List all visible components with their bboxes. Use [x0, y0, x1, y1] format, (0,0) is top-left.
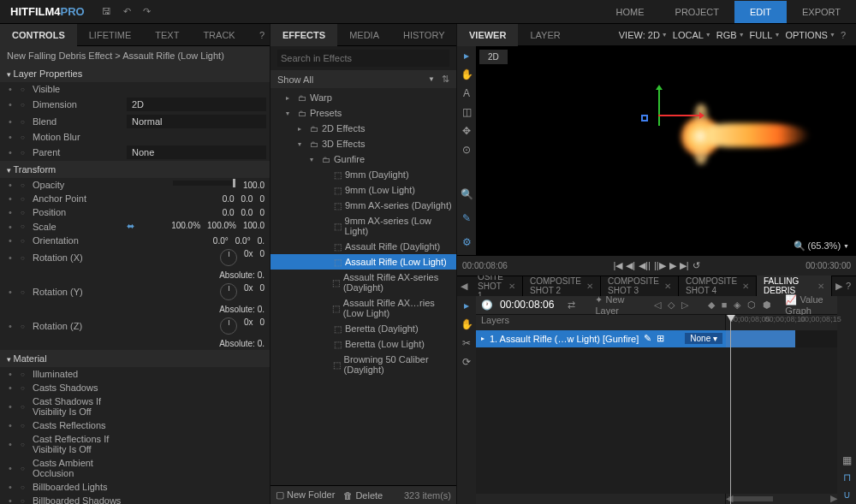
prop-dial[interactable]	[220, 317, 237, 335]
tree-item[interactable]: ⬚Beretta (Low Light)	[270, 336, 456, 352]
new-layer-button[interactable]: ✦ New Layer	[595, 294, 633, 316]
close-icon[interactable]: ✕	[664, 282, 671, 291]
tree-item[interactable]: ⬚9mm AX-series (Low Light)	[270, 213, 456, 239]
redo-icon[interactable]: ↷	[143, 6, 151, 17]
section-material[interactable]: Material	[0, 350, 270, 367]
effects-filter[interactable]: Show All▼ ⇅	[270, 70, 456, 88]
viewer-tab-layer[interactable]: LAYER	[518, 24, 572, 46]
playhead[interactable]	[730, 315, 731, 505]
magnet-icon[interactable]: 🔍	[461, 188, 473, 200]
prop-slider[interactable]	[173, 181, 233, 186]
sort-icon[interactable]: ⇅	[442, 74, 449, 85]
space-dropdown[interactable]: LOCAL ▼	[673, 30, 711, 40]
tree-item[interactable]: ⬚Assault Rifle (Daylight)	[270, 239, 456, 254]
track-mode-dropdown[interactable]: None ▾	[685, 333, 722, 344]
section-transform[interactable]: Transform	[0, 161, 270, 178]
color-dropdown[interactable]: RGB ▼	[716, 30, 745, 40]
timeline-tab[interactable]: OSITE SHOT 1✕	[471, 276, 523, 296]
tl-kf-square[interactable]: ■	[722, 299, 728, 310]
timeline-tab[interactable]: COMPOSITE SHOT 3✕	[601, 276, 679, 296]
help-icon[interactable]: ?	[846, 281, 851, 291]
controls-tab-track[interactable]: TRACK	[191, 24, 247, 46]
close-icon[interactable]: ✕	[508, 282, 515, 291]
tree-item[interactable]: ⬚Assault Rifle AX…ries (Low Light)	[270, 295, 456, 321]
tree-item[interactable]: ⬚Browning 50 Caliber (Daylight)	[270, 352, 456, 377]
main-tab-home[interactable]: HOME	[601, 1, 660, 23]
tl-kf-bezier[interactable]: ⬢	[763, 299, 771, 311]
text-tool[interactable]: A	[463, 87, 470, 99]
tree-item[interactable]: ⬚Beretta (Daylight)	[270, 321, 456, 336]
tl-hand-tool[interactable]: ✋	[461, 318, 473, 330]
timeline-tab[interactable]: COMPOSITE SHOT 2✕	[523, 276, 601, 296]
controls-tab-lifetime[interactable]: LIFETIME	[77, 24, 144, 46]
tree-item[interactable]: ⬚Assault Rifle AX-series (Daylight)	[270, 270, 456, 295]
track-fx-icon[interactable]: ⊞	[657, 333, 664, 344]
prop-dial[interactable]	[220, 249, 237, 266]
loop-button[interactable]: ↺	[693, 260, 700, 271]
tl-add-kf[interactable]: ◇	[668, 299, 675, 311]
effects-tab-history[interactable]: HISTORY	[391, 24, 457, 46]
controls-tab-controls[interactable]: CONTROLS	[0, 24, 77, 46]
clip-bar[interactable]	[726, 330, 795, 347]
close-icon[interactable]: ✕	[586, 282, 593, 291]
main-tab-project[interactable]: PROJECT	[660, 1, 734, 23]
tree-item[interactable]: ⬚Assault Rifle (Low Light)	[270, 254, 456, 270]
timeline-tab[interactable]: NEW FALLING DEBRIS EFFECT✕	[757, 276, 832, 296]
go-end-button[interactable]: ▶|	[680, 260, 689, 271]
tree-item[interactable]: ▾🗀3D Effects	[270, 136, 456, 151]
play-button[interactable]: ||▶	[654, 260, 666, 271]
select-tool[interactable]: ▸	[464, 50, 469, 62]
mask-tool[interactable]: ◫	[462, 106, 472, 118]
gizmo-z-handle[interactable]	[641, 115, 648, 122]
tree-item[interactable]: ▸🗀2D Effects	[270, 121, 456, 136]
tl-snap-icon[interactable]: ⊓	[843, 471, 851, 483]
timeline-tab[interactable]: COMPOSITE SHOT 4✕	[679, 276, 757, 296]
save-icon[interactable]: 🖫	[102, 6, 111, 17]
tl-kf-smooth[interactable]: ◈	[734, 299, 740, 311]
close-icon[interactable]: ✕	[742, 282, 749, 291]
tree-item[interactable]: ⬚9mm (Daylight)	[270, 167, 456, 182]
move-tool[interactable]: ✥	[462, 125, 471, 137]
tl-rate-tool[interactable]: ⟳	[462, 356, 471, 368]
tl-link-icon[interactable]: ⇄	[568, 299, 575, 311]
timeline-scrollbar[interactable]: ◀▶	[726, 494, 837, 504]
delete-button[interactable]: 🗑 Delete	[343, 490, 383, 501]
dropper-icon[interactable]: ✎	[462, 212, 471, 224]
view-mode-dropdown[interactable]: VIEW: 2D ▼	[619, 30, 668, 40]
main-tab-export[interactable]: EXPORT	[787, 1, 856, 23]
tabs-next[interactable]: ▶	[832, 281, 846, 292]
clip-area[interactable]	[726, 330, 837, 347]
tree-item[interactable]: ⬚9mm AX-series (Daylight)	[270, 198, 456, 213]
timeline-ruler[interactable]: 00;00;08;0500;00;08;1000;00;08;15	[726, 315, 837, 330]
value-graph-button[interactable]: 📈 Value Graph	[785, 294, 832, 316]
controls-tab-text[interactable]: TEXT	[143, 24, 191, 46]
help-icon[interactable]: ?	[841, 30, 846, 40]
go-start-button[interactable]: |◀	[613, 260, 622, 271]
zoom-indicator[interactable]: 🔍 (65.3%) ▼	[794, 240, 849, 252]
prop-dropdown[interactable]: 2D	[127, 98, 266, 111]
tree-item[interactable]: ▾🗀Presets	[270, 105, 456, 121]
effects-tab-effects[interactable]: EFFECTS	[270, 24, 337, 46]
tl-kf-diamond[interactable]: ◆	[708, 299, 715, 311]
viewport[interactable]: 2D 🔍 (65.3%) ▼	[476, 46, 856, 255]
gizmo-y-axis[interactable]	[658, 88, 660, 126]
effects-tab-media[interactable]: MEDIA	[337, 24, 391, 46]
tl-clock-icon[interactable]: 🕐	[481, 299, 493, 311]
gizmo-x-axis[interactable]	[658, 115, 701, 116]
play-back-button[interactable]: ◀||	[639, 260, 651, 271]
tl-kf-linear[interactable]: ⬡	[747, 299, 756, 311]
help-icon[interactable]: ?	[259, 30, 265, 40]
tree-item[interactable]: ⬚9mm (Low Light)	[270, 182, 456, 198]
search-input[interactable]	[277, 50, 449, 67]
tl-magnet-icon[interactable]: ∪	[843, 489, 851, 501]
viewer-tab-viewer[interactable]: VIEWER	[457, 24, 518, 46]
tree-item[interactable]: ▾🗀Gunfire	[270, 151, 456, 167]
tl-next-kf[interactable]: ▷	[681, 299, 688, 311]
viewport-2d-tab[interactable]: 2D	[479, 50, 508, 64]
hand-tool[interactable]: ✋	[461, 68, 473, 80]
tabs-prev[interactable]: ◀	[457, 281, 471, 292]
tree-item[interactable]: ▸🗀Warp	[270, 90, 456, 105]
tl-prev-kf[interactable]: ◁	[654, 299, 661, 311]
tl-current-time[interactable]: 00:00:08:06	[500, 299, 554, 311]
track-edit-icon[interactable]: ✎	[644, 333, 651, 344]
